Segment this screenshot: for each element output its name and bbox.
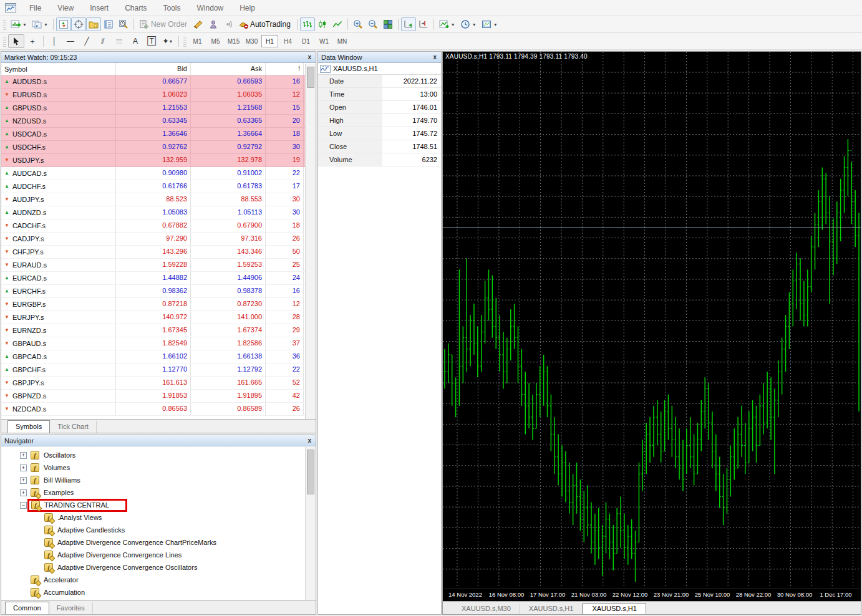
close-icon[interactable]: x xyxy=(306,437,312,444)
close-icon[interactable]: x xyxy=(432,54,438,60)
text-tool-button[interactable]: A xyxy=(127,34,143,48)
navigator-item-volumes[interactable]: +fVolumes xyxy=(1,461,304,474)
fibonacci-tool-button[interactable]: 𝄙 xyxy=(111,34,127,48)
chart-plot-area[interactable]: XAUUSD.s,H1 1793.11 1794.39 1793.11 1793… xyxy=(443,52,861,588)
navigator-item-bill-williams[interactable]: +fBill Williams xyxy=(1,474,304,486)
expand-icon[interactable]: + xyxy=(20,489,27,496)
navigator-item--analyst-views[interactable]: f.Analyst Views xyxy=(1,511,304,524)
indicators-button[interactable]: ▼ xyxy=(437,17,458,31)
market-watch-row-eurgbp.s[interactable]: ▼EURGBP.s0.872180.8723012 xyxy=(1,298,316,311)
market-watch-row-eurusd.s[interactable]: ▼EURUSD.s1.060231.0603512 xyxy=(1,89,316,102)
timeframe-m1-button[interactable]: M1 xyxy=(189,35,206,47)
dropdown-caret-icon[interactable]: ▼ xyxy=(44,22,48,27)
cursor-tool-button[interactable] xyxy=(8,34,24,48)
chart-tab-2-xauusd-s-h1[interactable]: XAUUSD.s,H1 xyxy=(583,603,646,614)
navigator-item-trading-central[interactable]: −fTRADING CENTRAL xyxy=(1,499,304,511)
market-watch-row-eurnzd.s[interactable]: ▼EURNZD.s1.673451.6737429 xyxy=(1,324,316,337)
menu-view[interactable]: View xyxy=(49,4,82,12)
navigator-toggle-button[interactable] xyxy=(86,17,101,31)
expand-icon[interactable]: + xyxy=(20,464,27,471)
menu-tools[interactable]: Tools xyxy=(155,4,189,12)
templates-button[interactable]: ▼ xyxy=(479,17,500,31)
navigator-tab-favorites[interactable]: Favorites xyxy=(49,602,93,614)
market-watch-row-eurchf.s[interactable]: ▲EURCHF.s0.983620.9837816 xyxy=(1,285,316,298)
expand-icon[interactable]: + xyxy=(20,452,27,459)
toolbar-drag-handle[interactable] xyxy=(3,19,6,30)
market-watch-row-gbpjpy.s[interactable]: ▼GBPJPY.s161.613161.66552 xyxy=(1,377,316,390)
market-watch-row-usdchf.s[interactable]: ▲USDCHF.s0.927620.9279230 xyxy=(1,141,316,154)
column-bid[interactable]: Bid xyxy=(116,63,191,75)
terminal-toggle-button[interactable] xyxy=(101,17,116,31)
scrollbar-thumb[interactable] xyxy=(307,450,314,494)
new-order-button[interactable]: New Order xyxy=(137,17,191,31)
column-symbol[interactable]: Symbol xyxy=(1,63,116,75)
sounds-button[interactable] xyxy=(221,17,236,31)
crosshair-tool-button[interactable]: ＋ xyxy=(24,34,41,48)
bar-chart-button[interactable] xyxy=(300,17,315,31)
market-watch-row-nzdusd.s[interactable]: ▲NZDUSD.s0.633450.6336520 xyxy=(1,115,316,128)
trendline-tool-button[interactable]: ╱ xyxy=(79,34,95,48)
chart-time-axis[interactable]: 14 Nov 202216 Nov 08:0017 Nov 17:0021 No… xyxy=(443,588,861,601)
navigator-item-adaptive-divergence-convergence-lines[interactable]: fAdaptive Divergence Convergence Lines xyxy=(1,549,304,561)
market-watch-row-audusd.s[interactable]: ▲AUDUSD.s0.665770.6659316 xyxy=(1,75,316,89)
column-spread[interactable]: ! xyxy=(266,63,304,75)
navigator-item-accumulation[interactable]: fAccumulation xyxy=(1,586,304,599)
market-watch-row-gbpchf.s[interactable]: ▲GBPCHF.s1.127701.1279222 xyxy=(1,363,316,377)
timeframe-h4-button[interactable]: H4 xyxy=(279,35,296,47)
timeframe-w1-button[interactable]: W1 xyxy=(316,35,332,47)
line-chart-button[interactable] xyxy=(330,17,345,31)
chart-tab-0-xauusd-s-m30[interactable]: XAUUSD.s,M30 xyxy=(453,604,520,614)
navigator-item-accelerator[interactable]: fAccelerator xyxy=(1,574,304,586)
dropdown-caret-icon[interactable]: ▼ xyxy=(472,22,477,27)
navigator-item-adaptive-candlesticks[interactable]: fAdaptive Candlesticks xyxy=(1,524,304,536)
strategy-tester-button[interactable] xyxy=(116,17,131,31)
data-window-titlebar[interactable]: Data Window x xyxy=(318,52,441,63)
market-watch-row-chfjpy.s[interactable]: ▼CHFJPY.s143.296143.34650 xyxy=(1,246,316,259)
market-watch-row-gbpcad.s[interactable]: ▲GBPCAD.s1.661021.6613836 xyxy=(1,350,316,363)
expand-icon[interactable]: + xyxy=(20,477,27,484)
market-watch-row-gbpusd.s[interactable]: ▲GBPUSD.s1.215531.2156815 xyxy=(1,102,316,115)
market-watch-row-nzdcad.s[interactable]: ▼NZDCAD.s0.865630.8658926 xyxy=(1,403,316,416)
candlestick-chart-button[interactable] xyxy=(315,17,330,31)
periods-button[interactable]: ▼ xyxy=(458,17,479,31)
chart-tab-1-xauusd-s-h1[interactable]: XAUUSD.s,H1 xyxy=(520,604,583,614)
menu-file[interactable]: File xyxy=(21,4,49,12)
dropdown-caret-icon[interactable]: ▼ xyxy=(169,39,173,44)
market-watch-row-usdjpy.s[interactable]: ▼USDJPY.s132.959132.97819 xyxy=(1,154,316,167)
menu-charts[interactable]: Charts xyxy=(117,4,155,12)
market-watch-row-euraud.s[interactable]: ▼EURAUD.s1.592281.5925325 xyxy=(1,259,316,272)
market-watch-titlebar[interactable]: Market Watch: 09:15:23 x xyxy=(1,52,316,63)
navigator-item-adaptive-divergence-convergence-oscillators[interactable]: fAdaptive Divergence Convergence Oscilla… xyxy=(1,561,304,574)
navigator-item-oscillators[interactable]: +fOscillators xyxy=(1,449,304,461)
market-watch-scrollbar[interactable] xyxy=(305,64,316,419)
navigator-item-adaptive-divergence-convergence-chartpricemarks[interactable]: fAdaptive Divergence Convergence ChartPr… xyxy=(1,536,304,549)
toolbar-drag-handle[interactable] xyxy=(3,36,6,47)
timeframe-m5-button[interactable]: M5 xyxy=(207,35,224,47)
shapes-tool-button[interactable]: ✦▼ xyxy=(160,34,176,48)
toolbar-drag-handle[interactable] xyxy=(183,36,186,47)
text-label-tool-button[interactable]: 🅃 xyxy=(143,34,160,48)
data-window-toggle-button[interactable] xyxy=(71,17,86,31)
market-watch-tab-symbols[interactable]: Symbols xyxy=(7,420,50,433)
market-watch-row-audjpy.s[interactable]: ▼AUDJPY.s88.52388.55330 xyxy=(1,193,316,206)
autotrading-button[interactable]: AutoTrading xyxy=(236,17,294,31)
market-watch-row-audnzd.s[interactable]: ▲AUDNZD.s1.050831.0511330 xyxy=(1,206,316,219)
market-watch-row-gbpaud.s[interactable]: ▼GBPAUD.s1.825491.8258637 xyxy=(1,337,316,350)
menu-window[interactable]: Window xyxy=(189,4,232,12)
menu-help[interactable]: Help xyxy=(231,4,263,12)
tile-windows-button[interactable] xyxy=(380,17,395,31)
market-watch-row-audcad.s[interactable]: ▲AUDCAD.s0.909800.9100222 xyxy=(1,167,316,180)
dropdown-caret-icon[interactable]: ▼ xyxy=(22,22,27,27)
navigator-tab-common[interactable]: Common xyxy=(5,602,49,614)
dropdown-caret-icon[interactable]: ▼ xyxy=(493,22,498,27)
timeframe-m30-button[interactable]: M30 xyxy=(243,35,260,47)
market-watch-row-eurjpy.s[interactable]: ▼EURJPY.s140.972141.00028 xyxy=(1,311,316,324)
vertical-line-tool-button[interactable]: │ xyxy=(46,34,62,48)
menu-insert[interactable]: Insert xyxy=(82,4,117,12)
auto-scroll-button[interactable] xyxy=(401,17,416,31)
dropdown-caret-icon[interactable]: ▼ xyxy=(451,22,455,27)
market-watch-row-audchf.s[interactable]: ▲AUDCHF.s0.617660.6178317 xyxy=(1,180,316,193)
timeframe-h1-button[interactable]: H1 xyxy=(261,35,278,47)
market-watch-tab-tick-chart[interactable]: Tick Chart xyxy=(50,421,97,433)
market-watch-toggle-button[interactable] xyxy=(56,17,71,31)
